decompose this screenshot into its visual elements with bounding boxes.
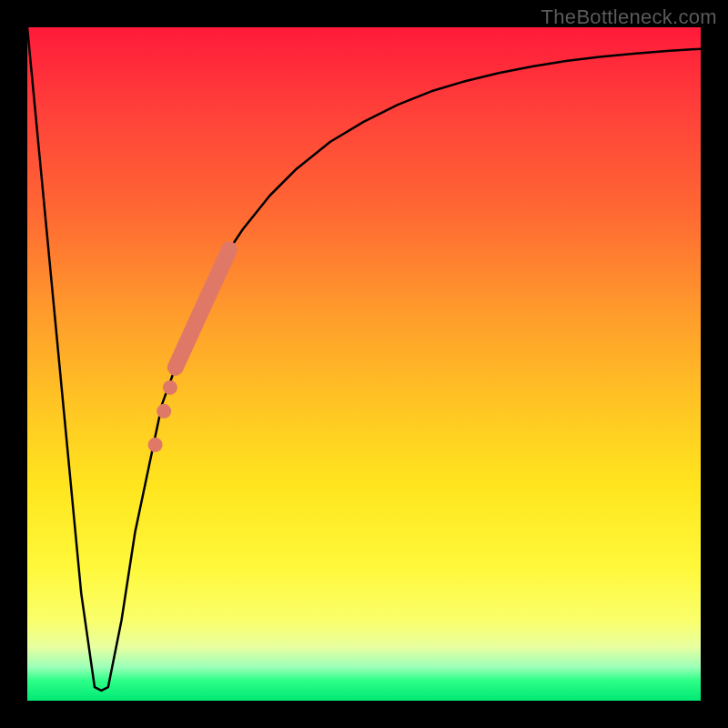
curve-path (27, 27, 701, 691)
bottleneck-curve (27, 27, 701, 701)
highlight-bar (176, 249, 229, 368)
chart-frame: TheBottleneck.com (0, 0, 728, 728)
highlight-dot (163, 380, 177, 395)
highlight-dots (148, 380, 177, 452)
highlight-dot (148, 438, 163, 452)
attribution-label: TheBottleneck.com (541, 5, 717, 29)
highlight-dot (157, 404, 171, 419)
plot-area (27, 27, 701, 701)
